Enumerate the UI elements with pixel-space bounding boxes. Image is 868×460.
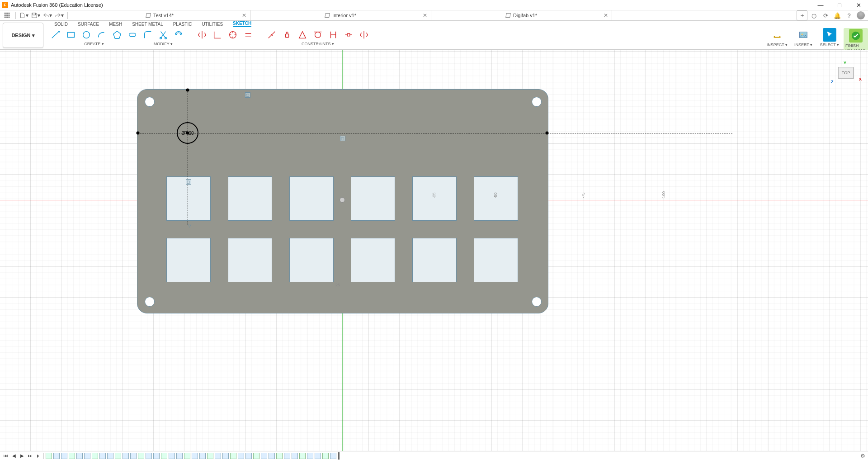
undo-icon[interactable]: ▾: [42, 10, 53, 20]
key-slot[interactable]: [166, 238, 211, 282]
window-maximize[interactable]: □: [830, 0, 849, 10]
doc-tab-test[interactable]: Test v14* ✕: [70, 10, 250, 20]
constraint-glyph-symmetry-icon[interactable]: ▢: [340, 136, 345, 141]
select-button[interactable]: SELECT ▾: [817, 28, 842, 47]
close-tab-icon[interactable]: ✕: [242, 12, 246, 19]
timeline-feature[interactable]: [130, 453, 137, 459]
key-slot[interactable]: [228, 238, 272, 282]
coincident-constraint-icon[interactable]: [265, 28, 278, 42]
offset-tool-icon[interactable]: [172, 28, 185, 42]
timeline-feature[interactable]: [84, 453, 90, 459]
tangent-constraint-icon[interactable]: [311, 28, 325, 42]
key-slot[interactable]: [351, 176, 395, 221]
timeline-feature[interactable]: [184, 453, 190, 459]
key-slot[interactable]: [289, 176, 334, 221]
timeline-feature[interactable]: [253, 453, 259, 459]
perpendicular-constraint-icon[interactable]: [326, 28, 340, 42]
new-tab-icon[interactable]: ＋: [797, 10, 807, 20]
sketch-node[interactable]: [186, 89, 189, 92]
env-tab-solid[interactable]: SOLID: [54, 22, 68, 27]
construction-line-horizontal[interactable]: [138, 133, 732, 133]
timeline-feature[interactable]: [169, 453, 175, 459]
timeline-feature[interactable]: [107, 453, 113, 459]
close-tab-icon[interactable]: ✕: [423, 12, 427, 19]
timeline-first-icon[interactable]: ⏮: [3, 453, 9, 459]
triangle-constraint-icon[interactable]: [296, 28, 309, 42]
fix-constraint-icon[interactable]: [280, 28, 294, 42]
timeline-play-icon[interactable]: ⏵: [35, 453, 42, 459]
mirror-tool-icon[interactable]: [195, 28, 209, 42]
view-cube-face-top[interactable]: TOP: [838, 67, 854, 79]
timeline-prev-icon[interactable]: ◀: [11, 453, 17, 459]
env-tab-surface[interactable]: SURFACE: [78, 22, 99, 27]
key-slot[interactable]: [351, 238, 395, 282]
timeline-feature[interactable]: [276, 453, 283, 459]
insert-button[interactable]: INSERT ▾: [791, 28, 816, 47]
doc-tab-digifab[interactable]: Digifab v1* ✕: [431, 10, 612, 20]
close-tab-icon[interactable]: ✕: [604, 12, 608, 19]
timeline-feature[interactable]: [76, 453, 83, 459]
polygon-tool-icon[interactable]: [110, 28, 124, 42]
timeline-feature[interactable]: [115, 453, 121, 459]
timeline-feature[interactable]: [292, 453, 298, 459]
timeline-feature[interactable]: [138, 453, 144, 459]
timeline-feature[interactable]: [46, 453, 52, 459]
sketch-dimension-icon[interactable]: [211, 28, 224, 42]
timeline-feature[interactable]: [207, 453, 213, 459]
timeline-feature[interactable]: [192, 453, 198, 459]
timeline-feature[interactable]: [315, 453, 321, 459]
help-icon[interactable]: ?: [844, 10, 854, 20]
timeline-feature[interactable]: [215, 453, 221, 459]
circular-pattern-icon[interactable]: [226, 28, 240, 42]
doc-tab-interior[interactable]: Interior v1* ✕: [250, 10, 431, 20]
timeline-feature[interactable]: [92, 453, 98, 459]
fillet-tool-icon[interactable]: [141, 28, 155, 42]
timeline-feature[interactable]: [330, 453, 336, 459]
window-minimize[interactable]: —: [811, 0, 830, 10]
timeline-feature[interactable]: [222, 453, 229, 459]
timeline-feature[interactable]: [53, 453, 60, 459]
timeline-feature[interactable]: [199, 453, 206, 459]
view-cube[interactable]: Y TOP X Z: [834, 63, 858, 83]
timeline-feature[interactable]: [322, 453, 329, 459]
timeline-feature[interactable]: [176, 453, 183, 459]
arc-tool-icon[interactable]: [95, 28, 108, 42]
redo-icon[interactable]: ▾: [54, 10, 65, 20]
constraint-glyph-midpoint-icon[interactable]: ▢: [245, 92, 250, 98]
sketch-node[interactable]: [546, 132, 549, 135]
timeline-next-icon[interactable]: ▶: [19, 453, 25, 459]
env-tab-sketch[interactable]: SKETCH: [233, 21, 251, 27]
timeline-feature[interactable]: [69, 453, 75, 459]
timeline-feature[interactable]: [230, 453, 236, 459]
corner-hole[interactable]: [145, 97, 155, 107]
dimension-circle[interactable]: Ø7.00: [177, 122, 198, 144]
key-slot[interactable]: [474, 176, 518, 221]
timeline-feature[interactable]: [284, 453, 290, 459]
notifications-icon[interactable]: 🔔: [832, 10, 843, 20]
timeline-feature[interactable]: [269, 453, 275, 459]
window-close[interactable]: ✕: [849, 0, 868, 10]
construction-line-vertical[interactable]: [188, 89, 188, 225]
sketch-node[interactable]: [137, 132, 140, 135]
timeline-feature[interactable]: [153, 453, 160, 459]
key-slot[interactable]: [228, 176, 272, 221]
timeline-feature[interactable]: [261, 453, 267, 459]
timeline-feature[interactable]: [238, 453, 244, 459]
job-status-icon[interactable]: ⟳: [820, 10, 831, 20]
circle-tool-icon[interactable]: [80, 28, 93, 42]
timeline-settings-icon[interactable]: ⚙: [860, 453, 865, 459]
workspace-switcher[interactable]: DESIGN ▾: [3, 23, 43, 48]
key-slot[interactable]: [474, 238, 518, 282]
save-icon[interactable]: ▾: [30, 10, 41, 20]
timeline-feature[interactable]: [99, 453, 106, 459]
file-menu-icon[interactable]: ▾: [19, 10, 29, 20]
timeline-feature[interactable]: [245, 453, 252, 459]
origin-marker-icon[interactable]: [340, 197, 345, 203]
env-tab-plastic[interactable]: PLASTIC: [173, 22, 192, 27]
midpoint-constraint-icon[interactable]: [342, 28, 355, 42]
corner-hole[interactable]: [145, 297, 155, 307]
trim-tool-icon[interactable]: [156, 28, 170, 42]
corner-hole[interactable]: [532, 97, 542, 107]
timeline-feature[interactable]: [299, 453, 306, 459]
timeline-feature[interactable]: [161, 453, 167, 459]
